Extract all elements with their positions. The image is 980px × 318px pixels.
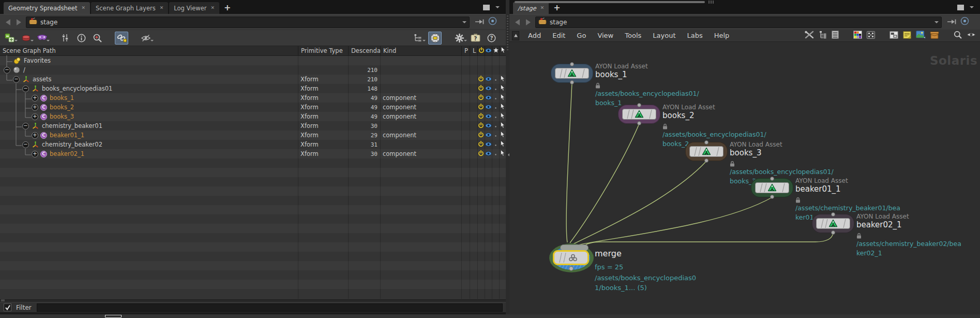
new-tab-button[interactable]: + (224, 3, 231, 12)
expand-collapse-button[interactable] (4, 32, 16, 44)
back-button[interactable] (6, 19, 10, 25)
input-connector[interactable] (831, 212, 835, 216)
collapse-icon[interactable] (22, 141, 29, 148)
table-row[interactable]: books_3 Xform 49 component (0, 112, 506, 121)
close-icon[interactable]: ✕ (160, 6, 164, 10)
activate-toggle[interactable] (478, 141, 484, 149)
column-header-visible[interactable] (485, 46, 492, 55)
favorite-toggle[interactable] (494, 104, 497, 111)
select-button[interactable] (500, 84, 505, 93)
select-button[interactable] (500, 103, 505, 111)
table-row[interactable]: assets Xform 210 (0, 75, 506, 84)
visibility-toggle[interactable] (485, 132, 492, 139)
activate-toggle[interactable] (478, 104, 484, 111)
divider-grip[interactable] (507, 16, 508, 52)
select-button[interactable] (500, 131, 505, 139)
pane-maximize-icon[interactable] (957, 5, 964, 10)
collapse-tree-button[interactable] (412, 32, 424, 44)
node-name[interactable]: books_1 (595, 70, 705, 79)
expand-icon[interactable] (32, 95, 38, 102)
favorite-toggle[interactable] (494, 150, 497, 157)
follow-selection-button[interactable] (428, 32, 442, 45)
menu-view[interactable]: View (592, 32, 619, 39)
node-name[interactable]: beaker02_1 (856, 220, 966, 229)
column-header-descendants[interactable]: Descendan (348, 46, 380, 55)
table-row[interactable]: / 210 (0, 65, 506, 75)
node-books_2[interactable]: AYON Load Asset books_2 /assets/books_en… (618, 105, 660, 124)
collapse-icon[interactable] (22, 123, 29, 129)
menu-edit[interactable]: Edit (547, 32, 571, 39)
node-beaker01_1[interactable]: AYON Load Asset beaker01_1 /assets/chemi… (751, 178, 793, 197)
network-top-scrollbar[interactable] (515, 1, 705, 3)
table-row[interactable]: books_1 Xform 49 component (0, 93, 506, 103)
pane-maximize-icon[interactable] (483, 5, 490, 10)
expand-icon[interactable] (32, 113, 38, 120)
color-palette-icon[interactable] (853, 31, 862, 40)
select-button[interactable] (500, 112, 505, 121)
column-header-select[interactable] (499, 46, 506, 55)
favorite-toggle[interactable] (494, 132, 497, 139)
node-name[interactable]: books_3 (730, 148, 839, 157)
background-image-icon[interactable]: + (916, 31, 925, 40)
select-button[interactable] (500, 75, 505, 83)
activate-toggle[interactable] (478, 132, 484, 139)
visibility-toggle[interactable] (485, 122, 492, 129)
favorite-toggle[interactable] (494, 113, 497, 120)
pane-divider[interactable] (506, 0, 509, 314)
tab-scene-graph-layers[interactable]: Scene Graph Layers ✕ (91, 2, 168, 14)
mask-button[interactable] (36, 32, 48, 44)
table-row[interactable]: chemistry_beaker02 Xform 31 (0, 140, 506, 149)
new-tab-button[interactable]: + (553, 3, 560, 12)
column-header-path[interactable]: Scene Graph Path (0, 46, 298, 55)
visibility-toggle[interactable] (485, 104, 492, 111)
close-icon[interactable]: ✕ (81, 6, 85, 10)
input-connector[interactable] (704, 140, 708, 144)
forward-button[interactable] (526, 19, 531, 25)
help-button[interactable]: ? (486, 32, 497, 44)
menu-add[interactable]: Add (522, 32, 547, 39)
table-row[interactable]: books_2 Xform 49 component (0, 103, 506, 112)
tools-icon[interactable] (804, 31, 815, 40)
visibility-toggle[interactable] (485, 113, 492, 120)
activate-toggle[interactable] (478, 85, 484, 93)
select-button[interactable] (500, 94, 505, 102)
output-connector[interactable] (569, 266, 574, 271)
pane-menu-icon[interactable] (495, 6, 500, 10)
favorite-toggle[interactable] (494, 85, 497, 92)
activate-toggle[interactable] (478, 94, 484, 102)
output-connector[interactable] (637, 121, 641, 125)
sticky-note-icon[interactable] (903, 31, 911, 40)
context-help-button[interactable]: ? (470, 32, 481, 44)
column-header-kind[interactable]: Kind (380, 46, 461, 55)
activate-toggle[interactable] (478, 122, 484, 130)
select-button[interactable] (500, 150, 505, 158)
visibility-toggle[interactable] (485, 85, 492, 92)
input-connector[interactable] (570, 62, 574, 66)
node-name[interactable]: merge (595, 249, 704, 259)
menu-help[interactable]: Help (708, 32, 735, 39)
column-header-l[interactable]: L (470, 46, 477, 55)
output-connector[interactable] (570, 80, 574, 84)
close-icon[interactable]: ✕ (211, 6, 215, 10)
pin-icon[interactable] (947, 17, 957, 27)
find-icon[interactable] (954, 31, 962, 40)
pane-menu-icon[interactable] (970, 6, 974, 10)
jump-up-button[interactable] (512, 31, 519, 40)
filter-checkbox[interactable] (4, 303, 11, 311)
visibility-toggle[interactable] (485, 76, 492, 83)
visibility-toggle[interactable] (485, 141, 492, 148)
close-icon[interactable]: ✕ (540, 6, 545, 10)
select-button[interactable] (500, 122, 505, 130)
back-button[interactable] (515, 19, 520, 25)
tab-log-viewer[interactable]: Log Viewer ✕ (169, 2, 219, 14)
visibility-toggle[interactable] (485, 94, 492, 102)
favorite-toggle[interactable] (494, 122, 497, 129)
stash-button[interactable] (20, 32, 32, 44)
menu-tools[interactable]: Tools (619, 32, 647, 39)
tab-geometry-spreadsheet[interactable]: Geometry Spreadsheet ✕ (4, 2, 90, 14)
list-view-icon[interactable] (832, 31, 839, 40)
output-connector[interactable] (770, 195, 774, 199)
taskbar-window-button[interactable] (105, 315, 122, 317)
grid-snap-icon[interactable] (867, 31, 875, 40)
node-name[interactable]: beaker01_1 (795, 184, 905, 194)
